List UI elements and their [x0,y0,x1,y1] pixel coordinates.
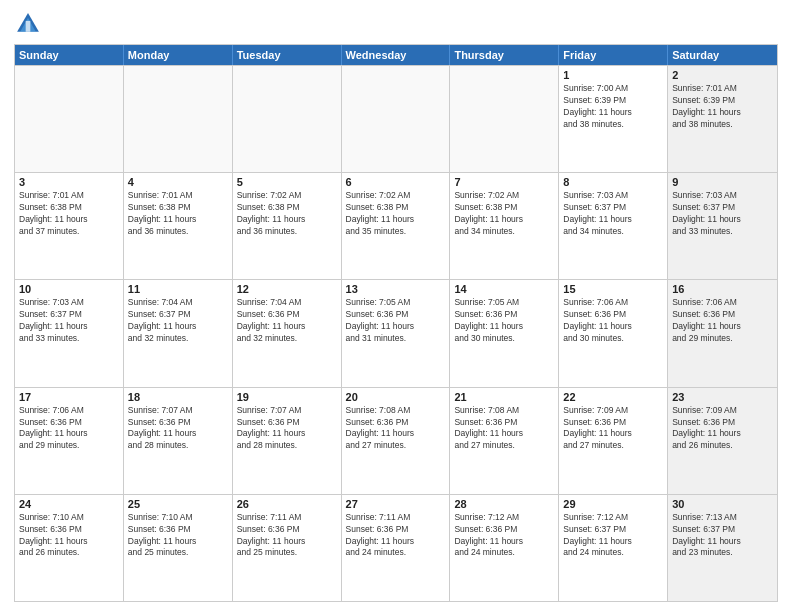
day-number: 3 [19,176,119,188]
day-cell-13: 13Sunrise: 7:05 AM Sunset: 6:36 PM Dayli… [342,280,451,386]
day-cell-30: 30Sunrise: 7:13 AM Sunset: 6:37 PM Dayli… [668,495,777,601]
day-number: 9 [672,176,773,188]
day-number: 10 [19,283,119,295]
day-cell-21: 21Sunrise: 7:08 AM Sunset: 6:36 PM Dayli… [450,388,559,494]
day-number: 26 [237,498,337,510]
day-number: 23 [672,391,773,403]
week-row-1: 1Sunrise: 7:00 AM Sunset: 6:39 PM Daylig… [15,65,777,172]
day-info: Sunrise: 7:03 AM Sunset: 6:37 PM Dayligh… [19,297,119,345]
day-cell-26: 26Sunrise: 7:11 AM Sunset: 6:36 PM Dayli… [233,495,342,601]
day-cell-7: 7Sunrise: 7:02 AM Sunset: 6:38 PM Daylig… [450,173,559,279]
day-cell-15: 15Sunrise: 7:06 AM Sunset: 6:36 PM Dayli… [559,280,668,386]
day-number: 22 [563,391,663,403]
day-info: Sunrise: 7:06 AM Sunset: 6:36 PM Dayligh… [19,405,119,453]
day-number: 4 [128,176,228,188]
header-day-friday: Friday [559,45,668,65]
day-cell-10: 10Sunrise: 7:03 AM Sunset: 6:37 PM Dayli… [15,280,124,386]
day-number: 19 [237,391,337,403]
day-number: 25 [128,498,228,510]
day-info: Sunrise: 7:06 AM Sunset: 6:36 PM Dayligh… [563,297,663,345]
day-number: 11 [128,283,228,295]
day-info: Sunrise: 7:01 AM Sunset: 6:39 PM Dayligh… [672,83,773,131]
day-info: Sunrise: 7:10 AM Sunset: 6:36 PM Dayligh… [128,512,228,560]
day-cell-28: 28Sunrise: 7:12 AM Sunset: 6:36 PM Dayli… [450,495,559,601]
day-info: Sunrise: 7:02 AM Sunset: 6:38 PM Dayligh… [454,190,554,238]
day-cell-19: 19Sunrise: 7:07 AM Sunset: 6:36 PM Dayli… [233,388,342,494]
day-info: Sunrise: 7:00 AM Sunset: 6:39 PM Dayligh… [563,83,663,131]
logo-icon [14,10,42,38]
day-number: 7 [454,176,554,188]
day-info: Sunrise: 7:02 AM Sunset: 6:38 PM Dayligh… [237,190,337,238]
day-cell-23: 23Sunrise: 7:09 AM Sunset: 6:36 PM Dayli… [668,388,777,494]
day-cell-24: 24Sunrise: 7:10 AM Sunset: 6:36 PM Dayli… [15,495,124,601]
day-info: Sunrise: 7:08 AM Sunset: 6:36 PM Dayligh… [346,405,446,453]
empty-cell [124,66,233,172]
page: SundayMondayTuesdayWednesdayThursdayFrid… [0,0,792,612]
day-number: 20 [346,391,446,403]
day-info: Sunrise: 7:03 AM Sunset: 6:37 PM Dayligh… [563,190,663,238]
day-number: 8 [563,176,663,188]
day-info: Sunrise: 7:07 AM Sunset: 6:36 PM Dayligh… [237,405,337,453]
day-cell-18: 18Sunrise: 7:07 AM Sunset: 6:36 PM Dayli… [124,388,233,494]
day-number: 12 [237,283,337,295]
day-info: Sunrise: 7:09 AM Sunset: 6:36 PM Dayligh… [672,405,773,453]
day-cell-27: 27Sunrise: 7:11 AM Sunset: 6:36 PM Dayli… [342,495,451,601]
empty-cell [450,66,559,172]
day-number: 6 [346,176,446,188]
day-number: 5 [237,176,337,188]
day-number: 21 [454,391,554,403]
week-row-3: 10Sunrise: 7:03 AM Sunset: 6:37 PM Dayli… [15,279,777,386]
week-row-2: 3Sunrise: 7:01 AM Sunset: 6:38 PM Daylig… [15,172,777,279]
day-info: Sunrise: 7:11 AM Sunset: 6:36 PM Dayligh… [346,512,446,560]
header [14,10,778,38]
header-day-thursday: Thursday [450,45,559,65]
day-number: 24 [19,498,119,510]
day-number: 16 [672,283,773,295]
empty-cell [15,66,124,172]
day-number: 27 [346,498,446,510]
calendar-header: SundayMondayTuesdayWednesdayThursdayFrid… [15,45,777,65]
day-cell-17: 17Sunrise: 7:06 AM Sunset: 6:36 PM Dayli… [15,388,124,494]
day-cell-22: 22Sunrise: 7:09 AM Sunset: 6:36 PM Dayli… [559,388,668,494]
day-number: 18 [128,391,228,403]
day-cell-9: 9Sunrise: 7:03 AM Sunset: 6:37 PM Daylig… [668,173,777,279]
logo [14,10,46,38]
day-cell-29: 29Sunrise: 7:12 AM Sunset: 6:37 PM Dayli… [559,495,668,601]
day-cell-11: 11Sunrise: 7:04 AM Sunset: 6:37 PM Dayli… [124,280,233,386]
day-number: 1 [563,69,663,81]
day-info: Sunrise: 7:11 AM Sunset: 6:36 PM Dayligh… [237,512,337,560]
calendar: SundayMondayTuesdayWednesdayThursdayFrid… [14,44,778,602]
day-number: 29 [563,498,663,510]
day-cell-1: 1Sunrise: 7:00 AM Sunset: 6:39 PM Daylig… [559,66,668,172]
empty-cell [342,66,451,172]
day-info: Sunrise: 7:12 AM Sunset: 6:37 PM Dayligh… [563,512,663,560]
day-number: 17 [19,391,119,403]
day-number: 14 [454,283,554,295]
day-cell-5: 5Sunrise: 7:02 AM Sunset: 6:38 PM Daylig… [233,173,342,279]
day-number: 30 [672,498,773,510]
day-cell-16: 16Sunrise: 7:06 AM Sunset: 6:36 PM Dayli… [668,280,777,386]
header-day-wednesday: Wednesday [342,45,451,65]
week-row-4: 17Sunrise: 7:06 AM Sunset: 6:36 PM Dayli… [15,387,777,494]
svg-rect-2 [26,21,31,32]
day-info: Sunrise: 7:09 AM Sunset: 6:36 PM Dayligh… [563,405,663,453]
day-info: Sunrise: 7:01 AM Sunset: 6:38 PM Dayligh… [19,190,119,238]
day-info: Sunrise: 7:05 AM Sunset: 6:36 PM Dayligh… [454,297,554,345]
day-cell-12: 12Sunrise: 7:04 AM Sunset: 6:36 PM Dayli… [233,280,342,386]
day-cell-25: 25Sunrise: 7:10 AM Sunset: 6:36 PM Dayli… [124,495,233,601]
header-day-sunday: Sunday [15,45,124,65]
day-cell-4: 4Sunrise: 7:01 AM Sunset: 6:38 PM Daylig… [124,173,233,279]
header-day-monday: Monday [124,45,233,65]
day-info: Sunrise: 7:06 AM Sunset: 6:36 PM Dayligh… [672,297,773,345]
day-info: Sunrise: 7:02 AM Sunset: 6:38 PM Dayligh… [346,190,446,238]
day-info: Sunrise: 7:12 AM Sunset: 6:36 PM Dayligh… [454,512,554,560]
day-cell-6: 6Sunrise: 7:02 AM Sunset: 6:38 PM Daylig… [342,173,451,279]
day-number: 13 [346,283,446,295]
header-day-saturday: Saturday [668,45,777,65]
calendar-body: 1Sunrise: 7:00 AM Sunset: 6:39 PM Daylig… [15,65,777,601]
day-number: 2 [672,69,773,81]
day-info: Sunrise: 7:13 AM Sunset: 6:37 PM Dayligh… [672,512,773,560]
day-info: Sunrise: 7:04 AM Sunset: 6:36 PM Dayligh… [237,297,337,345]
day-cell-3: 3Sunrise: 7:01 AM Sunset: 6:38 PM Daylig… [15,173,124,279]
day-info: Sunrise: 7:05 AM Sunset: 6:36 PM Dayligh… [346,297,446,345]
